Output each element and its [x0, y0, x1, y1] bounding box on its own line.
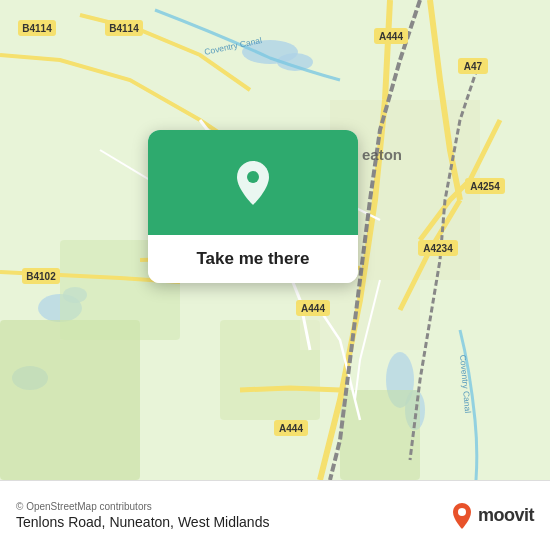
svg-text:B4102: B4102: [26, 271, 56, 282]
svg-text:A4234: A4234: [423, 243, 453, 254]
tooltip-green-area: [148, 130, 358, 235]
moovit-pin-icon: [450, 502, 474, 530]
svg-point-37: [247, 171, 259, 183]
svg-text:A444: A444: [301, 303, 325, 314]
take-me-there-button[interactable]: Take me there: [148, 235, 358, 283]
svg-text:B4114: B4114: [109, 23, 139, 34]
svg-text:A4254: A4254: [470, 181, 500, 192]
location-pin-icon: [227, 157, 279, 209]
svg-point-38: [458, 508, 466, 516]
svg-text:A444: A444: [379, 31, 403, 42]
svg-rect-8: [0, 320, 140, 480]
moovit-logo: moovit: [450, 502, 534, 530]
tooltip-card: Take me there: [148, 130, 358, 283]
svg-text:eaton: eaton: [362, 146, 402, 163]
svg-text:A444: A444: [279, 423, 303, 434]
bottom-bar: © OpenStreetMap contributors Tenlons Roa…: [0, 480, 550, 550]
svg-text:B4114: B4114: [22, 23, 52, 34]
bottom-left: © OpenStreetMap contributors Tenlons Roa…: [16, 501, 269, 530]
moovit-text: moovit: [478, 505, 534, 526]
map-container: B4114 B4114 A444 A47 A4254 A4234 B4112 B…: [0, 0, 550, 480]
svg-rect-11: [340, 390, 420, 480]
location-label: Tenlons Road, Nuneaton, West Midlands: [16, 514, 269, 530]
svg-text:A47: A47: [464, 61, 483, 72]
osm-credit: © OpenStreetMap contributors: [16, 501, 269, 512]
